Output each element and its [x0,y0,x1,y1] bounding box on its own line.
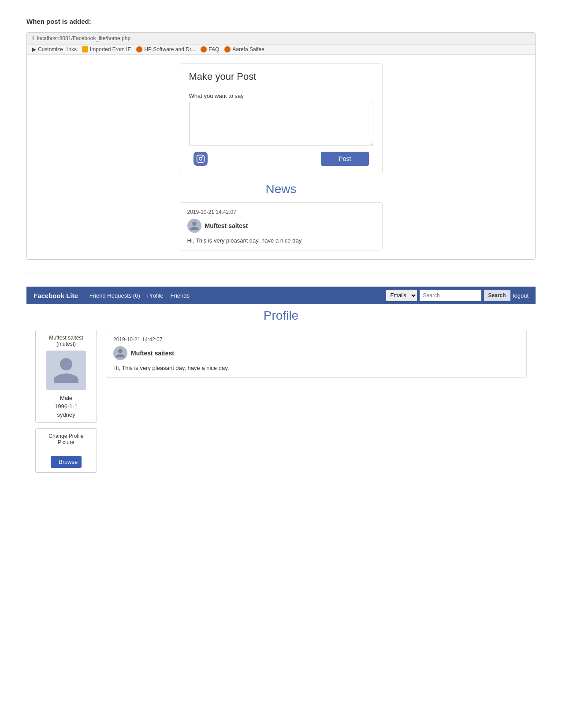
profile-post-author: Muftest saitest [113,346,519,360]
section-label: When post is added: [26,18,536,25]
profile-city: sydney [40,411,92,418]
info-icon: ℹ [32,35,34,41]
circle-icon [136,46,142,52]
bookmark-customize[interactable]: ▶ Customize Links [32,46,77,52]
profile-post-avatar [113,346,127,360]
arrow-icon: ▶ [32,46,36,52]
post-label: What you want to say [189,93,373,99]
news-author-name: Muftest saitest [205,222,248,229]
make-post-card: Make your Post What you want to say Post [180,63,383,173]
bookmark-hp[interactable]: HP Software and Dr... [136,46,195,52]
circle-icon-3 [224,46,231,52]
news-content: Hi, This is very pleasant day, have a ni… [187,237,375,244]
browse-button[interactable]: Browse [51,456,82,468]
bookmark-aarefa[interactable]: Aarefa Saifee [224,46,264,52]
browser-url: localhost:8081/Facebook_lite/home.php [37,35,530,41]
browser-mockup: ℹ localhost:8081/Facebook_lite/home.php … [26,32,536,260]
nav-friends[interactable]: Friends [171,292,190,299]
logout-link[interactable]: logout [513,292,529,299]
profile-title: Profile [35,309,527,323]
svg-point-1 [199,157,202,161]
make-post-title: Make your Post [189,71,373,87]
fb-navbar: Facebook Lite Friend Requests (0) Profil… [26,287,536,304]
browser-bar: ℹ localhost:8081/Facebook_lite/home.php [27,33,535,45]
post-textarea[interactable] [189,102,373,146]
avatar [187,219,201,233]
change-picture-label: Change Profile Picture [40,433,92,445]
nav-profile[interactable]: Profile [147,292,164,299]
profile-screenshot: Facebook Lite Friend Requests (0) Profil… [26,287,536,482]
profile-gender: Male [40,395,92,401]
svg-rect-0 [197,155,204,163]
browser-content: Make your Post What you want to say Post [27,55,535,259]
search-type-select[interactable]: Emails Posts People [386,290,417,301]
search-input[interactable] [420,290,481,301]
profile-post-content: Hi, This is very pleasant day, have a ni… [113,365,519,371]
post-actions: Post [189,152,373,166]
profile-left-column: Muftest saitest (mutest) Male 1996-1-1 s… [35,330,97,473]
section-divider [26,273,536,273]
profile-dob: 1996-1-1 [40,403,92,410]
post-button[interactable]: Post [321,152,368,166]
navbar-right: Emails Posts People Search logout [386,290,529,301]
browse-file-label: ... [40,449,92,454]
nav-friend-requests[interactable]: Friend Requests (0) [89,292,140,299]
circle-icon-2 [201,46,207,52]
profile-post-timestamp: 2019-10-21 14:42:07 [113,336,519,343]
bookmark-imported[interactable]: Imported From IE [82,46,131,52]
folder-icon [82,46,88,52]
search-button[interactable]: Search [484,290,510,301]
svg-point-2 [202,156,203,157]
news-title: News [40,182,522,196]
profile-right-column: 2019-10-21 14:42:07 Muftest saitest Hi, … [106,330,527,378]
profile-avatar [46,351,86,390]
profile-section: Profile Muftest saitest (mutest) Male 19… [26,304,536,482]
change-picture-card: Change Profile Picture ... Browse [35,428,97,473]
news-card: 2019-10-21 14:42:07 Muftest saitest Hi, … [180,202,383,250]
profile-post-author-name: Muftest saitest [131,350,174,357]
bookmark-faq[interactable]: FAQ [201,46,219,52]
profile-username: Muftest saitest (mutest) [40,335,92,347]
news-author: Muftest saitest [187,219,375,233]
instagram-icon[interactable] [194,152,208,166]
news-timestamp: 2019-10-21 14:42:07 [187,209,375,215]
profile-info-card: Muftest saitest (mutest) Male 1996-1-1 s… [35,330,97,423]
profile-post-card: 2019-10-21 14:42:07 Muftest saitest Hi, … [106,330,527,378]
profile-layout: Muftest saitest (mutest) Male 1996-1-1 s… [35,330,527,473]
fb-brand: Facebook Lite [33,292,78,299]
bookmark-bar: ▶ Customize Links Imported From IE HP So… [27,45,535,55]
